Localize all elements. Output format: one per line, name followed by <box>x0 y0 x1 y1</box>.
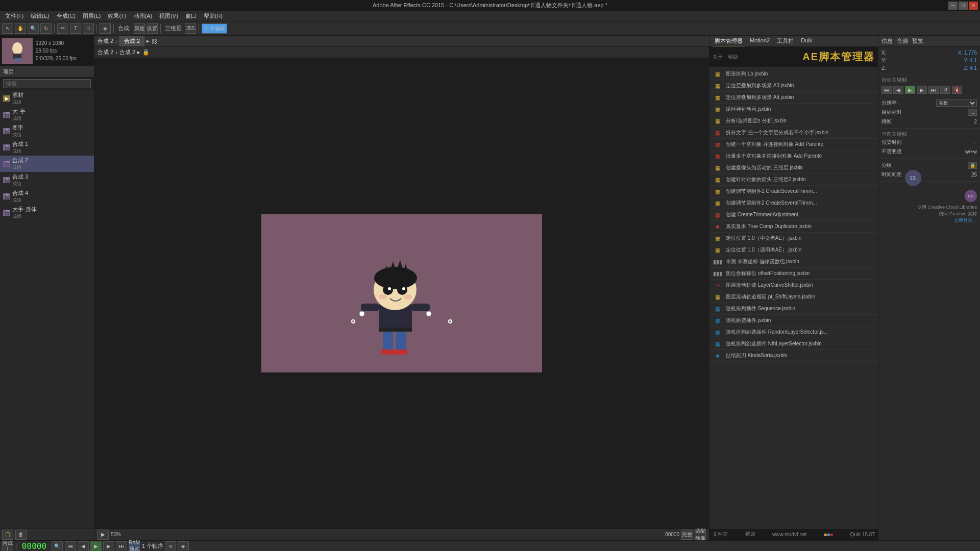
script-install-btn[interactable]: 帮助 <box>745 531 755 538</box>
menu-edit[interactable]: 编辑(E) <box>28 11 53 21</box>
res-select[interactable]: 完整 1/2 1/4 <box>936 99 977 107</box>
tl-ram-preview[interactable]: RAM预览 <box>129 541 140 552</box>
tl-play-next-frame[interactable]: ▶ <box>103 541 114 552</box>
menu-composition[interactable]: 合成(C) <box>54 11 79 21</box>
script-item-10[interactable]: ▦ 创建调节层组件1 CreateSeveralTrimm... <box>710 186 877 197</box>
script-item-1[interactable]: ▦ 定位层叠加到多场景 A3.jsxbin <box>710 80 877 92</box>
workspace-btn[interactable]: 对齐编辑 <box>202 23 227 34</box>
preview-tab[interactable]: 预览 <box>912 37 923 45</box>
tab-tools[interactable]: 工具栏 <box>775 36 796 46</box>
play-prev[interactable]: ◀ <box>893 86 903 94</box>
tl-graph-btn[interactable]: ≋ <box>165 541 176 552</box>
layer-btn[interactable]: 355 <box>185 23 196 34</box>
script-about-btn[interactable]: 关于 <box>713 54 723 61</box>
script-item-5[interactable]: ▦ 拆分文字 把一个文字层分成若干个小字.jsxbin <box>710 127 877 139</box>
comp-nav-icon[interactable]: ▸ <box>146 38 150 44</box>
comp-tab-label[interactable]: 合成 2 <box>119 48 135 56</box>
project-item-3[interactable]: 🎬 合成 1 成组 <box>0 139 94 156</box>
tool-select[interactable]: ↖ <box>2 23 13 34</box>
tool-zoom[interactable]: 🔍 <box>28 23 39 34</box>
search-input[interactable] <box>3 79 91 88</box>
play-play[interactable]: ▶ <box>905 86 915 94</box>
from-btn[interactable]: ... <box>968 109 977 116</box>
script-item-24[interactable]: ■ 扯纸刻刀 KindaSorta.jsxbin <box>710 350 877 362</box>
script-item-4[interactable]: ▦ 分析/选择图层s 分析.jsxbin <box>710 115 877 127</box>
script-item-19[interactable]: ▦ 图层流动轨道顺延 pt_ShiftLayers.jsxbin <box>710 291 877 303</box>
delete-item-btn[interactable]: 🗑 <box>15 530 27 540</box>
menu-layer[interactable]: 图层(L) <box>80 11 104 21</box>
tool-shape[interactable]: □ <box>83 23 94 34</box>
info-tab[interactable]: 信息 <box>881 37 893 45</box>
script-item-18[interactable]: 〜 图层流动轨迹 LayerCurveShifter.jsxbin <box>710 280 877 291</box>
stagger-lock[interactable]: 🔒 <box>968 162 977 169</box>
tool-hand[interactable]: ✋ <box>15 23 26 34</box>
script-item-3[interactable]: ▦ 循环神化动画.jsxbin <box>710 104 877 115</box>
script-item-7[interactable]: ▦ 批量多个空对象并连接到对象 Add Parente <box>710 151 877 162</box>
cc-link[interactable]: 立即登录。 <box>881 217 977 224</box>
comp-playback-btn[interactable]: ▶ <box>97 530 109 540</box>
project-item-5[interactable]: 🎬 合成 3 成组 <box>0 172 94 188</box>
resolution-btn[interactable]: 完整 <box>681 530 693 540</box>
tool-text[interactable]: T <box>70 23 81 34</box>
script-item-14[interactable]: ▦ 定位位置 1.0（中文者AE）.jsxbin <box>710 233 877 244</box>
tool-rotate[interactable]: ↻ <box>40 23 52 34</box>
script-help-btn[interactable]: 帮助 <box>728 54 738 61</box>
tl-play-prev[interactable]: ⏮ <box>65 541 76 552</box>
script-item-15[interactable]: ▦ 定位位置 1.0（适用者AE）.jsxbin <box>710 244 877 256</box>
play-mute[interactable]: 🔇 <box>952 86 962 94</box>
tl-search-btn[interactable]: 🔍 <box>52 541 63 552</box>
script-item-16[interactable]: ▮▮▮ 米测 米测坐标 偏移函数组.jsxbin <box>710 256 877 268</box>
menu-window[interactable]: 窗口 <box>182 11 200 21</box>
project-item-4[interactable]: 🎬 合成 2 成组 <box>0 156 94 172</box>
play-last[interactable]: ⏭ <box>928 86 939 94</box>
script-item-2[interactable]: ▦ 定位层叠加到多场景 Att.jsxbin <box>710 92 877 104</box>
script-item-20[interactable]: ▦ 随机排列插件 Sequence.jsxbin <box>710 303 877 315</box>
tool-pen[interactable]: ✏ <box>57 23 68 34</box>
tab-dukik[interactable]: Duik <box>799 36 814 46</box>
project-item-7[interactable]: 🎬 大手-身体 成组 <box>0 205 94 221</box>
new-comp-btn[interactable]: 新建 <box>134 23 145 34</box>
menu-file[interactable]: 文件(F) <box>2 11 27 21</box>
play-loop[interactable]: ↺ <box>940 86 950 94</box>
comp-settings-btn[interactable]: 设置 <box>146 23 158 34</box>
project-item-0[interactable]: ▶ 源材 成组 <box>0 90 94 107</box>
comp-chain-btn[interactable]: ⛓ <box>152 38 157 44</box>
comp-lock-btn[interactable]: 🔒 <box>142 49 150 56</box>
play-next[interactable]: ▶ <box>917 86 927 94</box>
maximize-button[interactable]: □ <box>959 2 968 10</box>
comp-nav-btn[interactable]: ▸ <box>137 49 140 56</box>
script-item-23[interactable]: ▦ 随机排列跳选插件 NthLayerSelector.jsxbin <box>710 338 877 350</box>
minimize-button[interactable]: ─ <box>948 2 958 10</box>
menu-animation[interactable]: 动画(A) <box>131 11 156 21</box>
script-item-9[interactable]: ▦ 创建针对对象的箭头 三维层2.jsxbin <box>710 174 877 186</box>
tool-puppet[interactable]: ◈ <box>100 23 111 34</box>
menu-view[interactable]: 视图(V) <box>156 11 181 21</box>
script-item-22[interactable]: ▦ 随机排列跳选插件 RandomLayerSelector.js... <box>710 327 877 338</box>
magnify-btn[interactable]: 适配动像 <box>695 530 706 540</box>
tl-solo-btn[interactable]: ◈ <box>178 541 189 552</box>
menu-effects[interactable]: 效果(T) <box>105 11 129 21</box>
script-item-11[interactable]: ▦ 创建调节层组件2 CreateSeveralTrimm... <box>710 197 877 209</box>
script-item-13[interactable]: ■ 真实复本 True Comp Duplicator.jsxbin <box>710 221 877 233</box>
tl-tab-comp1[interactable]: 合成 1 <box>2 541 13 552</box>
script-item-21[interactable]: ▦ 随机跳选插件.jsxbin <box>710 315 877 327</box>
script-item-8[interactable]: ▦ 创建摄像头为活动的 三维层.jsxbin <box>710 162 877 174</box>
tl-play-btn[interactable]: ▶ <box>90 541 102 552</box>
script-item-6[interactable]: ▦ 创建一个空对象 并连接到对象 Add Parente <box>710 139 877 151</box>
project-item-2[interactable]: 🎬 图手 成组 <box>0 123 94 139</box>
menu-help[interactable]: 帮助(H) <box>201 11 226 21</box>
tab-motion[interactable]: Motion2 <box>748 36 772 46</box>
audio-tab[interactable]: 音频 <box>897 37 908 45</box>
tab-script-manager[interactable]: 脚本管理器 <box>713 36 745 46</box>
script-item-12[interactable]: ▦ 创建 CreateTrimmedAdjustment <box>710 209 877 221</box>
tl-play-last[interactable]: ⏭ <box>116 541 127 552</box>
tl-play-prev-frame[interactable]: ◀ <box>78 541 89 552</box>
comp-tab-active[interactable]: 合成 2 <box>119 36 144 46</box>
play-first[interactable]: ⏮ <box>881 86 892 94</box>
script-item-0[interactable]: ▦ 图形排列 Lb.jsxbin <box>710 68 877 80</box>
project-item-1[interactable]: 🎬 大-手 成组 <box>0 107 94 123</box>
close-button[interactable]: ✕ <box>969 2 978 10</box>
project-item-6[interactable]: 🎬 合成 4 成组 <box>0 188 94 205</box>
new-item-btn[interactable]: 🗒 <box>2 530 13 540</box>
script-item-17[interactable]: ▮▮▮ 图位坐标移位 offsetPositioning.jsxbin <box>710 268 877 280</box>
